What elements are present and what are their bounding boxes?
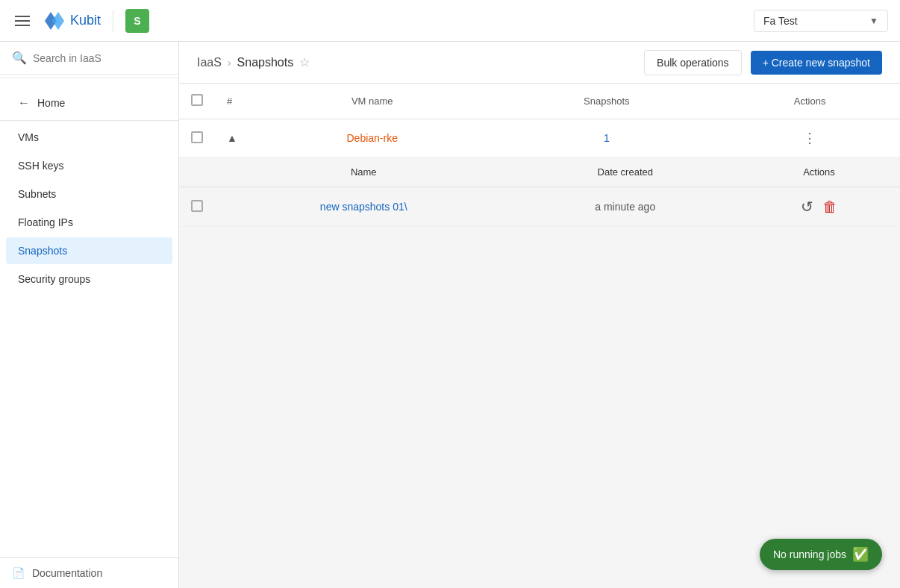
sidebar-item-snapshots[interactable]: Snapshots <box>6 237 172 264</box>
sub-header-date-col: Date created <box>512 157 738 187</box>
breadcrumb-current: Snapshots <box>237 56 294 69</box>
menu-toggle-button[interactable] <box>12 13 33 29</box>
snapshot-name-link[interactable]: new snapshots 01\ <box>320 201 407 213</box>
header-snapshots-col: Snapshots <box>493 84 719 119</box>
header-vmname-col: VM name <box>251 84 493 119</box>
sub-header-date-label: Date created <box>598 166 653 178</box>
back-arrow-icon: ← <box>18 96 30 110</box>
expand-icon[interactable]: ▲ <box>227 132 237 144</box>
workspace-name: Fa Test <box>763 15 798 27</box>
breadcrumb-separator: › <box>228 57 231 69</box>
secondary-logo: S <box>125 9 149 33</box>
sub-header-checkbox-col <box>179 157 215 187</box>
row-actions-cell: ⋮ <box>719 119 900 157</box>
documentation-link[interactable]: 📄 Documentation <box>12 567 166 579</box>
row-checkbox[interactable] <box>191 131 203 143</box>
vm-name-link[interactable]: Debian-rke <box>346 132 397 144</box>
snapshots-subtable: Name Date created Actions <box>179 157 900 226</box>
favorite-icon[interactable]: ☆ <box>299 55 310 69</box>
kubit-logo-text: Kubit <box>70 13 101 28</box>
header-checkbox[interactable] <box>191 94 203 106</box>
sidebar: 🔍 ← Home VMs SSH keys Subnets Floating I… <box>0 42 179 588</box>
logo-divider <box>113 10 113 31</box>
header-hash-label: # <box>227 96 232 107</box>
logo-area: Kubit S <box>42 9 149 33</box>
sidebar-snapshots-label: Snapshots <box>18 245 67 257</box>
documentation-label: Documentation <box>32 567 102 579</box>
sidebar-floating-ips-label: Floating IPs <box>18 216 73 228</box>
subtable-cell: Name Date created Actions <box>179 157 900 227</box>
topbar-left: Kubit S <box>12 9 149 33</box>
sidebar-search-area: 🔍 <box>0 42 178 75</box>
workspace-dropdown[interactable]: Fa Test ▼ <box>754 10 888 32</box>
check-circle-icon: ✅ <box>852 546 869 563</box>
sidebar-nav: ← Home VMs SSH keys Subnets Floating IPs… <box>0 81 178 557</box>
sidebar-home-label: Home <box>37 97 65 109</box>
row-checkbox-cell <box>179 119 215 157</box>
sidebar-item-ssh-keys[interactable]: SSH keys <box>6 152 172 179</box>
breadcrumb: IaaS › Snapshots ☆ <box>197 55 310 69</box>
header-actions: Bulk operations + Create new snapshot <box>644 50 882 75</box>
table-header-row: # VM name Snapshots Actions <box>179 84 900 119</box>
sub-row-name-cell: new snapshots 01\ <box>215 187 512 227</box>
topbar: Kubit S Fa Test ▼ <box>0 0 900 42</box>
sidebar-subnets-label: Subnets <box>18 188 56 200</box>
sub-header-actions-label: Actions <box>803 166 835 178</box>
no-running-jobs-badge: No running jobs ✅ <box>760 539 882 570</box>
subtable-body: new snapshots 01\ a minute ago ↺ <box>179 187 900 227</box>
sub-row-date-cell: a minute ago <box>512 187 738 227</box>
no-jobs-label: No running jobs <box>773 548 846 560</box>
delete-icon[interactable]: 🗑 <box>822 198 837 216</box>
snapshots-count: 1 <box>604 132 610 144</box>
sub-header-actions-col: Actions <box>738 157 900 187</box>
table-wrap: # VM name Snapshots Actions <box>179 84 900 588</box>
snapshot-date: a minute ago <box>595 201 655 213</box>
create-new-snapshot-button[interactable]: + Create new snapshot <box>751 51 882 75</box>
sub-header-name-col: Name <box>215 157 512 187</box>
row-expand-cell: ▲ <box>215 119 251 157</box>
content-area: IaaS › Snapshots ☆ Bulk operations + Cre… <box>179 42 900 588</box>
sidebar-item-security-groups[interactable]: Security groups <box>6 266 172 293</box>
header-actions-col: Actions <box>719 84 900 119</box>
search-input-wrap: 🔍 <box>12 51 166 65</box>
topbar-right: Fa Test ▼ <box>754 10 888 32</box>
page-header: IaaS › Snapshots ☆ Bulk operations + Cre… <box>179 42 900 84</box>
header-snapshots-label: Snapshots <box>584 96 629 107</box>
sub-actions-group: ↺ 🗑 <box>750 198 888 216</box>
header-vmname-label: VM name <box>351 96 393 107</box>
chevron-down-icon: ▼ <box>869 16 878 26</box>
sidebar-item-floating-ips[interactable]: Floating IPs <box>6 209 172 236</box>
search-icon: 🔍 <box>12 51 27 65</box>
sidebar-item-subnets[interactable]: Subnets <box>6 181 172 207</box>
sidebar-home-divider <box>0 120 178 121</box>
document-icon: 📄 <box>12 567 25 579</box>
sub-row-actions-cell: ↺ 🗑 <box>738 187 900 227</box>
sidebar-top-divider <box>0 78 178 78</box>
kubit-logo[interactable]: Kubit <box>42 9 101 33</box>
sidebar-item-vms[interactable]: VMs <box>6 124 172 151</box>
header-checkbox-col <box>179 84 215 119</box>
table-body: ▲ Debian-rke 1 ⋮ <box>179 119 900 227</box>
search-input[interactable] <box>33 52 166 64</box>
kubit-logo-icon <box>42 9 66 33</box>
snapshots-table: # VM name Snapshots Actions <box>179 84 900 227</box>
more-options-icon[interactable]: ⋮ <box>803 131 817 146</box>
sidebar-vms-label: VMs <box>18 131 39 143</box>
sub-row-checkbox-cell <box>179 187 215 227</box>
sidebar-item-home[interactable]: ← Home <box>6 89 172 117</box>
table-row: ▲ Debian-rke 1 ⋮ <box>179 119 900 157</box>
breadcrumb-parent[interactable]: IaaS <box>197 56 222 69</box>
subtable-header-row: Name Date created Actions <box>179 157 900 187</box>
sidebar-ssh-label: SSH keys <box>18 160 63 172</box>
row-snapshots-cell: 1 <box>493 119 719 157</box>
restore-icon[interactable]: ↺ <box>801 198 813 216</box>
header-hash-col: # <box>215 84 251 119</box>
row-vmname-cell: Debian-rke <box>251 119 493 157</box>
bulk-operations-button[interactable]: Bulk operations <box>644 50 742 75</box>
main-layout: 🔍 ← Home VMs SSH keys Subnets Floating I… <box>0 42 900 588</box>
subtable-data-row: new snapshots 01\ a minute ago ↺ <box>179 187 900 227</box>
sidebar-footer: 📄 Documentation <box>0 557 178 588</box>
sub-row-checkbox[interactable] <box>191 200 203 212</box>
header-actions-label: Actions <box>794 96 826 107</box>
subtable-header: Name Date created Actions <box>179 157 900 187</box>
